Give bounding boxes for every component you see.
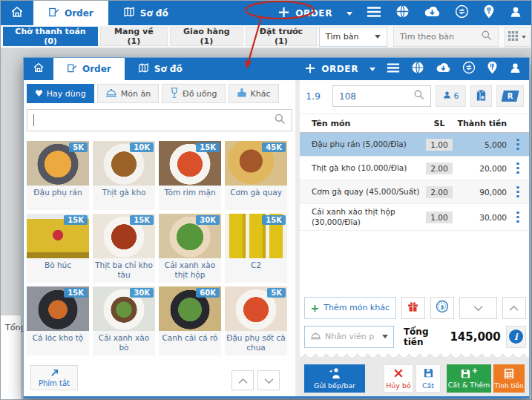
menu-item[interactable]: 30K Cải xanh xào bò [93,286,155,355]
row-menu-button[interactable] [512,183,524,201]
save-button[interactable]: Cất [416,364,441,393]
category-food[interactable]: Món ăn [97,84,159,103]
tab-order[interactable]: Order [53,58,125,80]
shortcut-button[interactable]: Phím tắt [30,365,78,390]
order-popup-window: Order Sơ đồ ORDER [23,57,530,399]
order-item-name: Cải xanh xào thịt hộp (30,000/Đĩa) [300,204,424,230]
menu-search-box[interactable] [27,109,292,131]
new-order-button[interactable]: ORDER [305,63,358,76]
location-pin-icon[interactable] [483,4,495,22]
filter-tab[interactable]: Đặt trước (1) [246,27,317,46]
menu-icon[interactable] [387,62,400,76]
new-order-button[interactable]: ORDER [278,7,332,20]
table-search-input[interactable] [400,32,481,42]
menu-item[interactable]: 30K Cải xanh xào thịt hộp [159,214,221,283]
row-menu-button[interactable] [512,209,524,226]
chevron-down-icon [473,301,484,315]
sync-icon[interactable] [455,4,469,22]
menu-item[interactable]: 10K Thịt gà kho [93,141,155,210]
save-and-add-button[interactable]: + Cất & Thêm [447,364,491,393]
menu-item[interactable]: 45K Cơm gà quay [225,141,287,210]
category-drinks[interactable]: Đồ uống [162,84,225,103]
order-row[interactable]: Cải xanh xào thịt hộp (30,000/Đĩa) 1.00 … [300,204,529,231]
scroll-down-button[interactable] [257,370,280,390]
order-item-qty[interactable]: 2.00 [424,186,455,198]
find-table-dropdown[interactable]: Tìm bàn [319,27,387,47]
order-row[interactable]: Thịt gà kho (10,000/Đĩa) 2.00 20,000 [300,157,529,180]
order-code-box[interactable] [332,85,431,107]
move-down-button[interactable] [459,297,496,319]
order-code-input[interactable] [339,91,398,102]
order-item-qty[interactable]: 2.00 [424,163,455,174]
globe-icon[interactable] [411,61,424,77]
search-icon[interactable] [413,89,424,103]
takeaway-button[interactable] [470,85,492,107]
menu-grid: 5K Đậu phụ rán 10K Thịt gà kho 15K [27,141,295,355]
order-item-qty[interactable]: 1.00 [424,139,455,151]
globe-icon[interactable] [395,4,410,22]
cancel-button[interactable]: Hủy bỏ [384,364,413,393]
tab-floor-map[interactable]: Sơ đồ [125,58,196,80]
user-icon[interactable] [509,62,522,77]
category-favorites[interactable]: ♥ Hay dùng [27,84,94,103]
menu-item[interactable]: 15K Bò húc [27,214,89,283]
reservation-button[interactable]: R [496,85,524,107]
guest-count-button[interactable]: 6 [436,85,466,107]
order-item-amount: 90,000 [455,188,507,197]
search-icon[interactable] [274,113,286,128]
move-up-button[interactable] [502,297,526,319]
menu-item[interactable]: 15K Tôm rim mặn [159,141,221,210]
filter-tab[interactable]: Chờ thanh toán (0) [3,27,98,46]
tab-floor-map[interactable]: Sơ đồ [108,1,183,25]
gift-button[interactable] [401,297,425,319]
add-item-label: Thêm món khác [324,303,390,312]
grid-view-button[interactable] [505,27,531,47]
info-icon: i [509,329,523,344]
scroll-up-button[interactable] [231,370,254,390]
home-button[interactable] [1,1,33,25]
checkout-button[interactable]: Tính tiền [493,364,525,393]
new-order-dropdown-caret[interactable] [370,68,375,74]
menu-item[interactable]: 5K Đậu phụ sốt cà chua [225,286,287,355]
menu-icon[interactable] [367,6,381,21]
cloud-download-icon[interactable] [436,62,451,76]
sync-icon[interactable] [462,61,476,77]
menu-search-input[interactable] [36,115,274,125]
cloud-download-icon[interactable] [424,5,441,21]
add-item-button[interactable]: + Thêm món khác [304,297,396,319]
user-icon[interactable] [509,5,522,22]
menu-item-name: Canh cải cá rô [159,331,221,355]
total-info-button[interactable]: i [506,326,526,348]
table-search-box[interactable] [393,27,499,47]
row-menu-button[interactable] [512,136,524,154]
cloche-icon [310,331,321,342]
shortcut-label: Phím tắt [39,379,70,387]
location-pin-icon[interactable] [487,61,498,77]
menu-item[interactable]: 15K C2 [225,214,287,283]
order-item-qty[interactable]: 1.00 [424,212,455,223]
coin-button[interactable]: $ [430,297,454,319]
drink-glass-icon [170,88,179,100]
total-label: Tổng tiền [404,327,450,347]
menu-item-photo: 15K [27,286,89,331]
row-menu-button[interactable] [512,160,524,177]
tab-order[interactable]: Order [33,1,108,25]
menu-item-photo: 10K [93,141,155,186]
menu-item[interactable]: 15K Thịt ba chỉ kho tàu [93,214,155,283]
staff-dropdown[interactable]: Nhân viên p [304,326,394,348]
tab-order-label: Order [82,64,111,74]
filter-tab[interactable]: Giao hàng (1) [170,27,243,46]
menu-item[interactable]: 15K Cá lóc kho tộ [27,286,89,355]
order-rows: Đậu phụ rán (5,000/Đĩa) 1.00 5,000 Thịt … [300,133,529,231]
category-other[interactable]: Khác [229,84,279,103]
new-order-dropdown-caret[interactable] [347,12,352,19]
search-icon[interactable] [481,30,492,44]
order-row[interactable]: Cơm gà quay (45,000/Suất) 2.00 90,000 [300,180,529,204]
home-button[interactable] [24,58,53,80]
order-row[interactable]: Đậu phụ rán (5,000/Đĩa) 1.00 5,000 [300,133,529,157]
filter-tab[interactable]: Mang về (1) [100,27,168,46]
menu-item-photo: 15K [159,141,221,186]
menu-item[interactable]: 60K Canh cải cá rô [159,286,221,355]
send-kitchen-button[interactable]: Gửi bếp/bar [304,364,365,393]
menu-item[interactable]: 5K Đậu phụ rán [27,141,89,210]
